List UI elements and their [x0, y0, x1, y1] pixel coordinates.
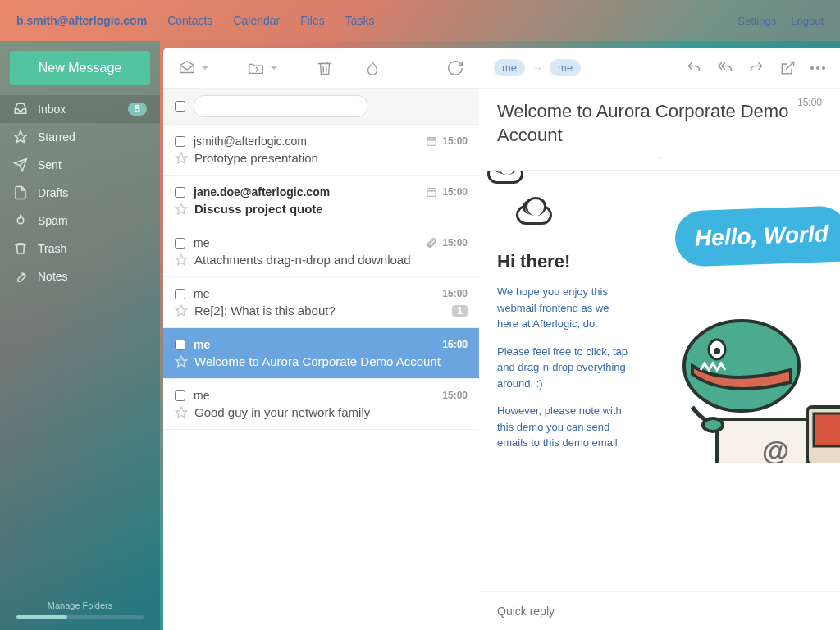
folder-label: Spam — [38, 214, 68, 227]
crocodile-illustration: @ — [643, 292, 840, 463]
star-icon[interactable] — [175, 203, 188, 216]
message-list: jsmith@afterlogic.com15:00Prototype pres… — [163, 125, 479, 630]
folder-label: Trash — [38, 242, 66, 255]
message-checkbox[interactable] — [175, 340, 185, 350]
more-actions-icon[interactable] — [810, 60, 825, 76]
forward-icon[interactable] — [748, 60, 765, 76]
message-checkbox[interactable] — [175, 289, 185, 299]
message-item[interactable]: jane.doe@afterlogic.com15:00Discuss proj… — [163, 176, 479, 226]
message-item[interactable]: me15:00Good guy in your network family — [163, 379, 479, 430]
star-icon[interactable] — [175, 304, 188, 317]
folder-count: 5 — [128, 103, 147, 116]
folder-inbox[interactable]: Inbox 5 — [0, 95, 160, 123]
message-item[interactable]: me15:00Re[2]: What is this about?1 — [163, 277, 479, 328]
reply-all-icon[interactable] — [717, 60, 733, 76]
svg-point-3 — [684, 321, 799, 411]
list-toolbar — [163, 48, 479, 89]
svg-rect-8 — [814, 413, 840, 446]
folder-label: Sent — [38, 158, 62, 171]
mark-read-icon[interactable] — [178, 59, 196, 77]
folder-spam[interactable]: Spam — [0, 207, 160, 235]
message-checkbox[interactable] — [175, 238, 185, 249]
folder-label: Notes — [38, 270, 68, 283]
trash-icon — [13, 241, 28, 256]
cloud-illustration — [516, 205, 552, 225]
message-time: 15:00 — [442, 186, 468, 198]
message-item[interactable]: me15:00Attachments drag-n-drop and downl… — [163, 226, 479, 277]
message-subject: Re[2]: What is this about? — [194, 304, 336, 317]
message-time: 15:00 — [442, 390, 468, 401]
chevron-down-icon[interactable] — [270, 64, 278, 72]
svg-point-10 — [703, 418, 723, 431]
nav-contacts[interactable]: Contacts — [167, 14, 212, 27]
account-email[interactable]: b.smith@afterlogic.com — [16, 14, 147, 27]
message-item[interactable]: me15:00Welcome to Aurora Corporate Demo … — [163, 328, 479, 379]
message-time: 15:00 — [442, 288, 468, 299]
logout-link[interactable]: Logout — [791, 15, 824, 27]
message-time: 15:00 — [797, 97, 822, 108]
svg-text:@: @ — [762, 435, 789, 463]
message-checkbox[interactable] — [175, 136, 185, 147]
select-all-checkbox[interactable] — [175, 101, 185, 112]
message-checkbox[interactable] — [175, 187, 185, 198]
quick-reply-input[interactable] — [497, 605, 822, 618]
from-pill[interactable]: me — [494, 59, 525, 76]
message-header: 15:00 Welcome to Aurora Corporate Demo A… — [479, 89, 840, 171]
svg-point-5 — [714, 348, 720, 354]
message-body: Hi there! We hope you enjoy this webmail… — [479, 171, 840, 591]
message-subject: Good guy in your network family — [194, 405, 370, 419]
reading-pane: me → me 15:00 Welcome to Aurora Corporat… — [479, 48, 840, 630]
reply-icon[interactable] — [686, 60, 702, 76]
message-sender: jane.doe@afterlogic.com — [194, 185, 330, 199]
expand-header-icon[interactable]: ⌄ — [497, 150, 822, 162]
manage-folders-link[interactable]: Manage Folders — [0, 592, 160, 615]
move-folder-icon[interactable] — [247, 59, 265, 77]
illustration: Hello, World @ — [628, 185, 840, 463]
spam-icon[interactable] — [363, 59, 381, 77]
message-sender: me — [194, 287, 209, 300]
folder-trash[interactable]: Trash — [0, 235, 160, 262]
svg-rect-2 — [427, 189, 436, 196]
search-row — [163, 89, 479, 125]
folder-label: Starred — [38, 130, 75, 144]
message-time: 15:00 — [442, 237, 468, 249]
storage-bar — [16, 615, 144, 619]
message-item[interactable]: jsmith@afterlogic.com15:00Prototype pres… — [163, 125, 479, 176]
read-toolbar: me → me — [479, 48, 840, 89]
folder-label: Drafts — [38, 186, 68, 199]
open-external-icon[interactable] — [779, 60, 796, 76]
nav-calendar[interactable]: Calendar — [233, 14, 280, 27]
settings-link[interactable]: Settings — [737, 15, 776, 27]
star-icon[interactable] — [175, 406, 188, 419]
new-message-button[interactable]: New Message — [10, 51, 150, 85]
flame-icon — [13, 213, 28, 228]
folder-list: Inbox 5 Starred Sent Drafts Spam Tras — [0, 95, 160, 592]
nav-tasks[interactable]: Tasks — [345, 14, 375, 27]
search-input[interactable] — [194, 95, 368, 117]
speech-text: Hello, World — [695, 221, 829, 251]
folder-starred[interactable]: Starred — [0, 123, 160, 151]
message-checkbox[interactable] — [175, 390, 185, 401]
calendar-icon — [426, 186, 437, 198]
star-icon[interactable] — [175, 355, 188, 368]
star-icon[interactable] — [175, 253, 188, 267]
body-paragraph: Please feel free to click, tap and drag-… — [497, 344, 628, 392]
star-icon[interactable] — [175, 152, 188, 165]
message-time: 15:00 — [442, 339, 468, 350]
message-subject: Prototype presentation — [194, 151, 318, 165]
app-header: b.smith@afterlogic.com Contacts Calendar… — [0, 0, 840, 41]
refresh-icon[interactable] — [446, 59, 464, 77]
folder-notes[interactable]: Notes — [0, 262, 160, 290]
to-pill[interactable]: me — [550, 59, 581, 76]
folder-sent[interactable]: Sent — [0, 151, 160, 179]
chevron-down-icon[interactable] — [201, 64, 209, 72]
body-paragraph: We hope you enjoy this webmail frontend … — [497, 284, 628, 332]
inbox-icon — [13, 102, 28, 116]
message-sender: me — [194, 338, 210, 351]
send-icon — [13, 158, 28, 172]
folder-drafts[interactable]: Drafts — [0, 179, 160, 207]
message-sender: jsmith@afterlogic.com — [194, 135, 307, 148]
nav-files[interactable]: Files — [300, 14, 325, 27]
delete-icon[interactable] — [316, 59, 334, 77]
cloud-illustration — [487, 171, 523, 184]
